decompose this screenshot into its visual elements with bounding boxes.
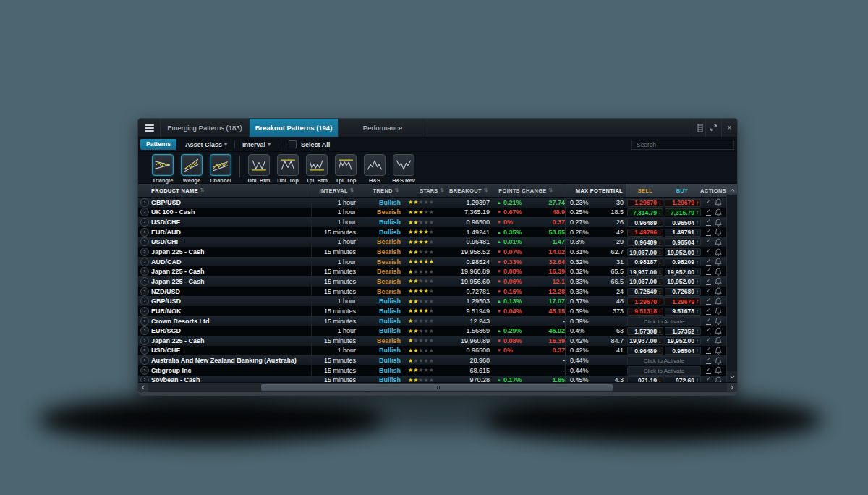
- sell-button[interactable]: 19,937.00↓: [627, 278, 663, 286]
- expand-row-chevron-icon[interactable]: ›: [140, 198, 149, 207]
- buy-button[interactable]: 1.57352↑: [665, 327, 701, 335]
- sell-button[interactable]: 0.96489↓: [627, 219, 663, 227]
- confirm-icon[interactable]: ✓: [706, 347, 711, 354]
- expand-row-chevron-icon[interactable]: ›: [140, 366, 149, 375]
- pattern-filter-tpl-top[interactable]: Tpl. Top: [331, 154, 360, 184]
- patterns-button[interactable]: Patterns: [140, 139, 176, 150]
- buy-button[interactable]: 0.98209↑: [665, 258, 701, 266]
- confirm-icon[interactable]: ✓: [706, 367, 711, 374]
- select-all-checkbox[interactable]: [289, 140, 297, 148]
- alert-bell-icon[interactable]: [715, 248, 722, 256]
- buy-button[interactable]: 0.96504↑: [665, 219, 701, 227]
- pattern-filter-dbl-top[interactable]: Dbl. Top: [273, 154, 302, 184]
- pattern-filter-triangle[interactable]: Triangle: [148, 154, 177, 184]
- sell-button[interactable]: 0.98187↓: [627, 258, 663, 266]
- table-row[interactable]: ›Crown Resorts Ltd15 minutesBullish★★★★★…: [138, 316, 727, 326]
- table-row[interactable]: ›EUR/NOK15 minutesBullish★★★★★9.51949▼0.…: [138, 306, 727, 316]
- table-row[interactable]: ›GBP/USD1 hourBullish★★★★★1.29397▲0.21%2…: [138, 198, 727, 208]
- header-breakout[interactable]: Breakout⇅: [448, 184, 488, 197]
- expand-row-chevron-icon[interactable]: ›: [140, 346, 149, 355]
- header-product-name[interactable]: Product Name⇅: [151, 184, 310, 197]
- confirm-icon[interactable]: ✓: [706, 268, 711, 275]
- expand-row-chevron-icon[interactable]: ›: [140, 228, 149, 237]
- expand-row-chevron-icon[interactable]: ›: [140, 208, 149, 216]
- alert-bell-icon[interactable]: [715, 357, 722, 365]
- expand-row-chevron-icon[interactable]: ›: [140, 307, 149, 316]
- header-buy[interactable]: Buy: [664, 187, 700, 194]
- tab-emerging-patterns-183[interactable]: Emerging Patterns (183): [161, 119, 250, 137]
- table-row[interactable]: ›USD/CHF1 hourBearish★★★★★0.96481▲0.01%1…: [138, 237, 727, 248]
- scroll-down-arrow[interactable]: [727, 371, 737, 382]
- expand-row-chevron-icon[interactable]: ›: [140, 337, 149, 345]
- table-row[interactable]: ›Japan 225 - Cash15 minutesBearish★★★★★1…: [138, 336, 727, 346]
- alert-bell-icon[interactable]: [715, 277, 722, 285]
- table-row[interactable]: ›Japan 225 - Cash15 minutesBearish★★★★★1…: [138, 276, 727, 287]
- buy-button[interactable]: 1.29679↑: [665, 199, 701, 207]
- expand-row-chevron-icon[interactable]: ›: [140, 317, 149, 326]
- alert-bell-icon[interactable]: [715, 287, 722, 295]
- alert-bell-icon[interactable]: [715, 327, 722, 335]
- sell-button[interactable]: 1.29670↓: [627, 297, 663, 305]
- buy-button[interactable]: 0.96504↑: [665, 238, 701, 246]
- buy-button[interactable]: 19,952.00↑: [665, 337, 701, 345]
- sell-button[interactable]: 19,937.00↓: [627, 248, 663, 256]
- expand-row-chevron-icon[interactable]: ›: [140, 248, 149, 256]
- table-row[interactable]: ›Australia And New Zealand Banking (Aust…: [138, 355, 727, 365]
- buy-button[interactable]: 1.49791↑: [665, 229, 701, 237]
- buy-button[interactable]: 19,952.00↑: [665, 268, 701, 276]
- sell-button[interactable]: 1.29670↓: [627, 199, 663, 207]
- table-row[interactable]: ›GBP/USD1 hourBullish★★★★★1.29503▲0.13%1…: [138, 296, 727, 306]
- confirm-icon[interactable]: ✓: [706, 248, 711, 255]
- sell-button[interactable]: 19,937.00↓: [627, 337, 663, 345]
- confirm-icon[interactable]: ✓: [706, 318, 711, 325]
- alert-bell-icon[interactable]: [715, 258, 722, 266]
- pattern-filter-tpl-btm[interactable]: Tpl. Btm: [302, 154, 331, 184]
- sell-button[interactable]: 7,314.79↓: [627, 208, 663, 216]
- expand-icon[interactable]: [705, 119, 721, 137]
- close-icon[interactable]: ×: [721, 119, 737, 137]
- buy-button[interactable]: 9.51678↑: [665, 308, 701, 316]
- interval-dropdown[interactable]: Interval ▾: [242, 141, 271, 148]
- search-input[interactable]: [631, 140, 734, 150]
- confirm-icon[interactable]: ✓: [706, 208, 711, 216]
- expand-row-chevron-icon[interactable]: ›: [140, 258, 149, 266]
- sell-button[interactable]: 19,937.00↓: [627, 268, 663, 276]
- expand-row-chevron-icon[interactable]: ›: [140, 237, 149, 246]
- confirm-icon[interactable]: ✓: [706, 258, 711, 266]
- sell-button[interactable]: 1.57308↓: [627, 327, 663, 335]
- alert-bell-icon[interactable]: [715, 337, 722, 344]
- confirm-icon[interactable]: ✓: [706, 238, 711, 245]
- confirm-icon[interactable]: ✓: [706, 199, 711, 206]
- table-row[interactable]: ›USD/CHF1 hourBullish★★★★★0.96500▼0%0.37…: [138, 217, 727, 227]
- table-row[interactable]: ›EUR/SGD1 hourBullish★★★★★1.56869▲0.29%4…: [138, 326, 727, 336]
- pattern-filter-hs-rev[interactable]: H&S Rev: [389, 154, 418, 184]
- tab-performance[interactable]: Performance: [339, 119, 427, 137]
- asset-class-dropdown[interactable]: Asset Class ▾: [185, 141, 227, 148]
- dock-handle-icon[interactable]: [694, 119, 705, 137]
- horizontal-scroll-thumb[interactable]: [261, 384, 613, 391]
- sell-button[interactable]: 0.72649↓: [627, 288, 663, 296]
- buy-button[interactable]: 19,952.00↑: [665, 248, 701, 256]
- buy-button[interactable]: 7,315.79↑: [665, 208, 701, 216]
- table-row[interactable]: ›AUD/CAD1 hourBearish★★★★★0.98524▼0.33%3…: [138, 257, 727, 267]
- pattern-filter-hs[interactable]: H&S: [360, 154, 389, 184]
- expand-row-chevron-icon[interactable]: ›: [140, 218, 149, 227]
- alert-bell-icon[interactable]: [715, 366, 722, 374]
- expand-row-chevron-icon[interactable]: ›: [140, 297, 149, 305]
- confirm-icon[interactable]: ✓: [706, 297, 711, 305]
- click-to-activate-button[interactable]: Click to Activate: [627, 366, 701, 376]
- table-row[interactable]: ›NZD/USD15 minutesBearish★★★★★0.72781▼0.…: [138, 287, 727, 297]
- header-interval[interactable]: Interval⇅: [310, 184, 357, 197]
- pattern-filter-channel[interactable]: Channel: [206, 154, 235, 184]
- alert-bell-icon[interactable]: [715, 268, 722, 276]
- header-actions[interactable]: Actions: [700, 187, 726, 194]
- header-trend[interactable]: Trend⇅: [357, 184, 402, 197]
- confirm-icon[interactable]: ✓: [706, 219, 711, 226]
- confirm-icon[interactable]: ✓: [706, 357, 711, 364]
- table-row[interactable]: ›EUR/AUD15 minutesBullish★★★★★1.49241▲0.…: [138, 227, 727, 237]
- expand-row-chevron-icon[interactable]: ›: [140, 267, 149, 276]
- alert-bell-icon[interactable]: [715, 219, 722, 227]
- click-to-activate-button[interactable]: Click to Activate: [627, 317, 701, 326]
- confirm-icon[interactable]: ✓: [706, 229, 711, 236]
- alert-bell-icon[interactable]: [715, 347, 722, 355]
